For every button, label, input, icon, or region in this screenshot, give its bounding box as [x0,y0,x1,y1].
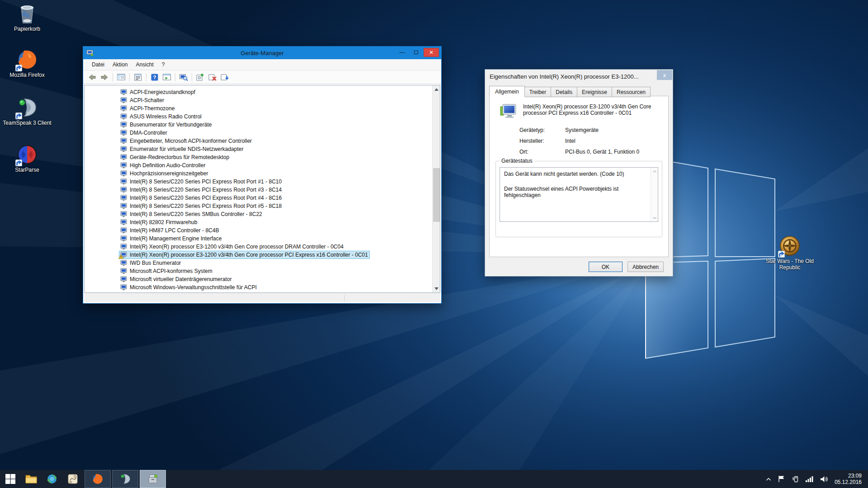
dialog-tab[interactable]: Details [551,87,577,97]
desktop-icon-recycle-bin[interactable]: Papierkorb [2,3,52,32]
device-label: Intel(R) 82802 Firmwarehub [130,219,197,225]
device-manager-titlebar[interactable]: Geräte-Manager — ✕ [83,47,441,59]
usb-device-icon[interactable] [792,475,799,483]
close-button[interactable]: ✕ [424,48,439,57]
device-label: Intel(R) Management Engine Interface [130,235,222,242]
field-row: Hersteller: Intel [519,138,668,149]
device-tree-item[interactable]: Microsoft virtueller Datenträgerenumerat… [85,275,432,283]
start-button[interactable] [0,470,21,488]
system-device-icon [120,130,127,136]
action-center-flag-icon[interactable] [778,475,785,483]
device-label: Microsoft ACPI-konformes System [130,268,212,274]
device-tree-item[interactable]: Intel(R) 82802 Firmwarehub [85,218,432,226]
desktop-icon-swtor[interactable]: Star Wars - The Old Republic [765,235,815,271]
scan-hardware-icon[interactable] [178,72,189,82]
device-label: Microsoft virtueller Datenträgerenumerat… [130,276,231,282]
menu-item[interactable]: ? [158,60,169,70]
device-tree-item[interactable]: Intel(R) Xeon(R) processor E3-1200 v3/4t… [85,243,432,251]
help-icon[interactable]: ? [149,72,160,82]
device-tree-item[interactable]: ACPI-Energiezustandknopf [85,88,432,96]
system-device-icon [120,227,127,234]
device-tree-item[interactable]: ACPI-Schalter [85,96,432,104]
taskbar-firefox-button[interactable] [85,470,111,488]
update-driver-icon[interactable] [195,72,206,82]
taskbar-device-manager-button[interactable] [140,470,166,488]
system-device-icon [120,195,127,201]
show-console-tree-icon[interactable] [116,72,127,82]
desktop-icon-firefox[interactable]: Mozilla Firefox [2,49,52,78]
toolbar-separator [146,73,146,81]
dialog-titlebar[interactable]: Eigenschaften von Intel(R) Xeon(R) proce… [485,70,673,83]
dialog-close-icon[interactable]: x [657,70,672,80]
field-row: Gerätetyp: Systemgeräte [519,127,668,138]
device-tree-item[interactable]: Intel(R) 8 Series/C220 Series PCI Expres… [85,194,432,202]
warning-icon [118,254,123,259]
back-icon[interactable] [87,72,98,82]
device-label: ASUS Wireless Radio Control [130,113,202,120]
device-tree[interactable]: ACPI-Energiezustandknopf ACPI-Schalter [85,85,432,292]
device-tree-item[interactable]: Intel(R) 8 Series/C220 Series SMBus Cont… [85,210,432,218]
forward-icon[interactable] [99,72,110,82]
scroll-up-icon[interactable] [433,85,440,93]
device-tree-item[interactable]: Intel(R) Xeon(R) processor E3-1200 v3/4t… [85,251,432,259]
device-tree-item[interactable]: High Definition Audio-Controller [85,161,432,169]
clock-time: 23:09 [835,473,862,479]
tray-chevron-up-icon[interactable] [766,477,771,481]
minimize-button[interactable]: — [396,48,409,57]
device-tree-item[interactable]: Intel(R) 8 Series/C220 Series PCI Expres… [85,186,432,194]
taskbar-teamspeak-button[interactable] [112,470,138,488]
device-tree-item[interactable]: ACPI-Thermozone [85,104,432,113]
device-tree-item[interactable]: Busenumerator für Verbundgeräte [85,121,432,129]
scroll-down-icon[interactable] [433,285,440,292]
menu-item[interactable]: Ansicht [132,60,157,70]
dialog-tab[interactable]: Ressourcen [612,87,651,97]
device-tree-item[interactable]: ASUS Wireless Radio Control [85,113,432,121]
device-label: Eingebetteter, Microsoft ACPI-konformer … [130,138,252,144]
desktop-icon-teamspeak[interactable]: TeamSpeak 3 Client [2,97,52,126]
device-label: Geräte-Redirectorbus für Remotedesktop [130,154,229,160]
status-scrollbar[interactable] [651,168,658,221]
device-label: Intel(R) 8 Series/C220 Series PCI Expres… [130,178,282,185]
device-tree-item[interactable]: Intel(R) HM87 LPC Controller - 8C4B [85,226,432,235]
device-tree-item[interactable]: Intel(R) 8 Series/C220 Series PCI Expres… [85,178,432,186]
volume-icon[interactable] [820,476,828,483]
properties-icon[interactable] [132,72,143,82]
ok-button[interactable]: OK [589,262,623,272]
device-tree-item[interactable]: Intel(R) Management Engine Interface [85,235,432,243]
scroll-up-icon[interactable] [651,168,658,174]
network-signal-icon[interactable] [806,476,813,482]
scan-plugplay-icon[interactable] [219,72,230,82]
device-label: Intel(R) Xeon(R) processor E3-1200 v3/4t… [130,252,368,258]
device-tree-item[interactable]: IWD Bus Enumerator [85,259,432,267]
dialog-tab[interactable]: Ereignisse [577,87,612,97]
dialog-tab[interactable]: Allgemein [489,86,525,97]
device-tree-item[interactable]: Geräte-Redirectorbus für Remotedesktop [85,153,432,161]
scroll-down-icon[interactable] [651,215,658,221]
desktop-icon-starparse[interactable]: StarParse [2,144,52,173]
device-tree-item[interactable]: Eingebetteter, Microsoft ACPI-konformer … [85,137,432,145]
device-tree-item[interactable]: DMA-Controller [85,129,432,137]
device-tree-item[interactable]: Hochpräzisionsereigniszeitgeber [85,169,432,178]
system-device-icon [120,89,127,95]
sync-utility-icon[interactable] [42,470,62,488]
device-tree-item[interactable]: Enumerator für virtuelle NDIS-Netzwerkad… [85,145,432,153]
taskbar-clock[interactable]: 23:09 05.12.2016 [835,473,862,485]
maximize-button[interactable] [410,48,423,57]
device-tree-item[interactable]: Microsoft ACPI-konformes System [85,267,432,275]
file-explorer-icon[interactable] [21,470,42,488]
device-label: Microsoft Windows-Verwaltungsschnittstel… [130,284,257,291]
scrollbar-thumb[interactable] [433,168,440,222]
device-tree-item[interactable]: Intel(R) 8 Series/C220 Series PCI Expres… [85,202,432,210]
system-device-icon [120,219,127,225]
device-tree-item[interactable]: Microsoft-Systemverwaltungs-BIOS-Treiber [85,291,432,292]
device-status-text-area[interactable]: Das Gerät kann nicht gestartet werden. (… [500,167,658,222]
cancel-button[interactable]: Abbrechen [627,262,664,272]
dialog-tab[interactable]: Treiber [524,87,552,97]
device-tree-item[interactable]: Microsoft Windows-Verwaltungsschnittstel… [85,283,432,291]
vertical-scrollbar[interactable] [432,85,440,292]
notes-app-icon[interactable]: 12 [62,470,83,488]
action-pane-icon[interactable] [161,72,172,82]
uninstall-device-icon[interactable] [207,72,218,82]
menu-item[interactable]: Aktion [108,60,132,70]
menu-item[interactable]: Datei [88,60,108,70]
